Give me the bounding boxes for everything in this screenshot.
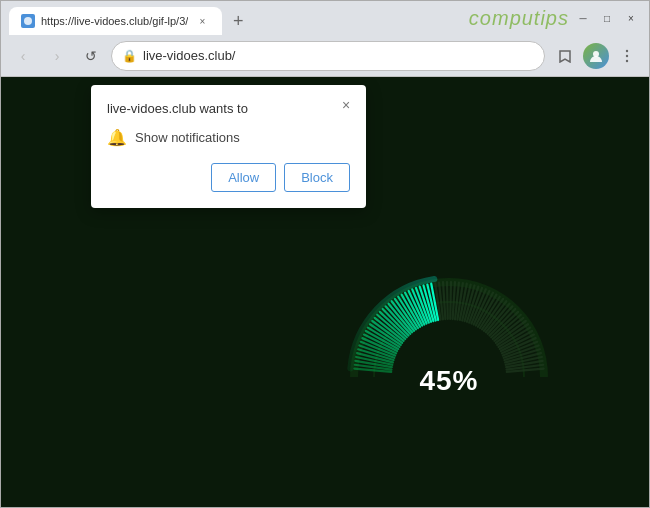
popup-description-row: 🔔 Show notifications xyxy=(107,128,350,147)
profile-icon[interactable] xyxy=(583,43,609,69)
minimize-button[interactable]: ─ xyxy=(573,8,593,28)
close-button[interactable]: × xyxy=(621,8,641,28)
tab-close-button[interactable]: × xyxy=(194,13,210,29)
content-area: × live-vidoes.club wants to 🔔 Show notif… xyxy=(1,77,649,507)
url-text: live-vidoes.club/ xyxy=(143,48,534,63)
window-controls: ─ □ × xyxy=(573,8,641,28)
bell-icon: 🔔 xyxy=(107,128,127,147)
brand-text: computips xyxy=(469,7,569,30)
svg-point-3 xyxy=(626,54,628,56)
back-button[interactable]: ‹ xyxy=(9,42,37,70)
percentage-text: 45% xyxy=(419,365,478,397)
loader-container: This is rendered via inline SVG below xyxy=(339,247,559,427)
bookmark-icon[interactable] xyxy=(551,42,579,70)
popup-close-button[interactable]: × xyxy=(336,95,356,115)
notification-popup: × live-vidoes.club wants to 🔔 Show notif… xyxy=(91,85,366,208)
toolbar-right xyxy=(551,42,641,70)
block-button[interactable]: Block xyxy=(284,163,350,192)
omnibox[interactable]: 🔒 live-vidoes.club/ xyxy=(111,41,545,71)
forward-button[interactable]: › xyxy=(43,42,71,70)
donut-canvas xyxy=(339,247,559,427)
menu-icon[interactable] xyxy=(613,42,641,70)
title-bar: https://live-vidoes.club/gif-lp/3/ × + c… xyxy=(1,1,649,35)
popup-description: Show notifications xyxy=(135,130,240,145)
svg-point-4 xyxy=(626,59,628,61)
maximize-button[interactable]: □ xyxy=(597,8,617,28)
tab-favicon xyxy=(21,14,35,28)
refresh-button[interactable]: ↺ xyxy=(77,42,105,70)
popup-title: live-vidoes.club wants to xyxy=(107,101,350,116)
browser-window: https://live-vidoes.club/gif-lp/3/ × + c… xyxy=(0,0,650,508)
allow-button[interactable]: Allow xyxy=(211,163,276,192)
active-tab[interactable]: https://live-vidoes.club/gif-lp/3/ × xyxy=(9,7,222,35)
new-tab-button[interactable]: + xyxy=(224,7,252,35)
popup-actions: Allow Block xyxy=(107,163,350,192)
svg-point-0 xyxy=(24,17,32,25)
tab-title: https://live-vidoes.club/gif-lp/3/ xyxy=(41,15,188,27)
lock-icon: 🔒 xyxy=(122,49,137,63)
toolbar: ‹ › ↺ 🔒 live-vidoes.club/ xyxy=(1,35,649,77)
svg-point-2 xyxy=(626,49,628,51)
